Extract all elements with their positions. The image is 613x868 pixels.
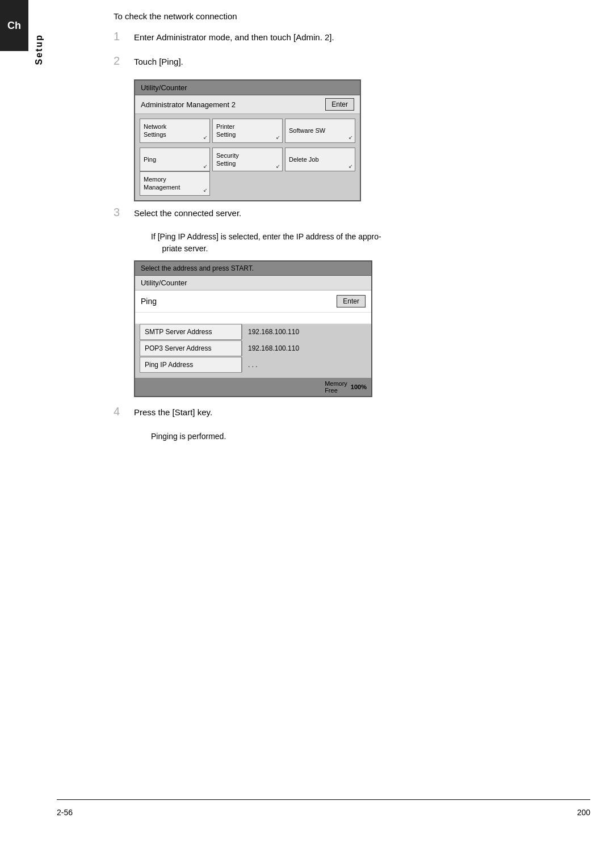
- step-4-subtext: Pinging is performed.: [134, 431, 579, 443]
- security-setting-button[interactable]: SecuritySetting: [212, 148, 283, 172]
- memory-free-value: 100%: [351, 384, 367, 390]
- admin-panel: Utility/Counter Administrator Management…: [134, 79, 361, 201]
- panel2-ping-row: Ping Enter: [135, 290, 371, 313]
- step-1-number: 1: [114, 30, 134, 43]
- step-3: 3 Select the connected server.: [114, 207, 579, 220]
- step-4-text: Press the [Start] key.: [134, 406, 212, 419]
- footer-right: 200: [577, 808, 590, 817]
- printer-setting-button[interactable]: PrinterSetting: [212, 119, 283, 143]
- main-content: To check the network connection 1 Enter …: [91, 0, 602, 458]
- setup-label: Setup: [34, 34, 44, 65]
- address-rows-wrapper: SMTP Server Address 192.168.100.110 POP3…: [135, 324, 371, 378]
- panel1-subheader-label: Administrator Management 2: [141, 100, 236, 109]
- panel1-grid-row3: MemoryManagement: [135, 171, 360, 200]
- ping-ip-address-row: Ping IP Address . . .: [140, 357, 367, 373]
- panel1-grid-row1: NetworkSettings PrinterSetting Software …: [135, 114, 360, 148]
- pop3-address-row: POP3 Server Address 192.168.100.110: [140, 340, 367, 357]
- panel1-enter-button[interactable]: Enter: [325, 98, 354, 111]
- step-1-text: Enter Administrator mode, and then touch…: [134, 31, 334, 44]
- network-settings-button[interactable]: NetworkSettings: [140, 119, 210, 143]
- chapter-label: Ch: [7, 20, 21, 32]
- panel2-ping-label: Ping: [141, 297, 157, 306]
- ping-panel: Select the address and press START. Util…: [134, 260, 372, 397]
- step-2-text: Touch [Ping].: [134, 56, 183, 69]
- step-3-text: Select the connected server.: [134, 207, 241, 220]
- chapter-tab: Ch: [0, 0, 28, 51]
- panel2-enter-button[interactable]: Enter: [337, 295, 366, 307]
- smtp-address-label: SMTP Server Address: [140, 324, 242, 340]
- intro-heading: To check the network connection: [114, 11, 579, 21]
- footer-left: 2-56: [57, 808, 73, 817]
- software-sw-button[interactable]: Software SW: [285, 119, 355, 143]
- step-3-number: 3: [114, 206, 134, 219]
- memory-free-label: MemoryFree: [325, 380, 347, 394]
- delete-job-button[interactable]: Delete Job: [285, 148, 355, 172]
- smtp-address-row: SMTP Server Address 192.168.100.110: [140, 324, 367, 340]
- panel2-footer: MemoryFree 100%: [135, 378, 371, 396]
- step-3-subtext: If [Ping IP Address] is selected, enter …: [134, 231, 579, 255]
- pop3-address-label: POP3 Server Address: [140, 340, 242, 356]
- panel2-notice: Select the address and press START.: [135, 262, 371, 276]
- panel1-header: Utility/Counter: [135, 81, 360, 95]
- panel2-spacer: [135, 313, 371, 324]
- step-4: 4 Press the [Start] key.: [114, 406, 579, 419]
- bottom-divider: [57, 799, 590, 800]
- pop3-address-value: 192.168.100.110: [242, 341, 367, 356]
- step-2: 2 Touch [Ping].: [114, 56, 579, 69]
- ping-ip-address-value: . . .: [242, 357, 367, 372]
- panel1-grid-row2: Ping SecuritySetting Delete Job: [135, 148, 360, 172]
- smtp-address-value: 192.168.100.110: [242, 325, 367, 339]
- panel2-header: Utility/Counter: [135, 276, 371, 290]
- step-1: 1 Enter Administrator mode, and then tou…: [114, 31, 579, 44]
- step-2-number: 2: [114, 54, 134, 68]
- panel1-subheader: Administrator Management 2 Enter: [135, 95, 360, 114]
- memory-management-button[interactable]: MemoryManagement: [140, 171, 210, 196]
- step-4-number: 4: [114, 405, 134, 418]
- ping-ip-address-label: Ping IP Address: [140, 357, 242, 373]
- ping-button[interactable]: Ping: [140, 148, 210, 172]
